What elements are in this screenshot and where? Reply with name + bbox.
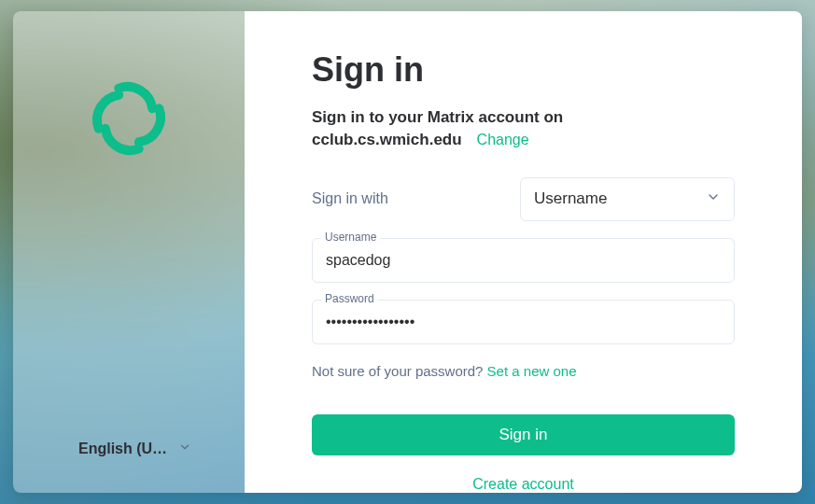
username-input[interactable] — [312, 238, 735, 283]
create-account-link[interactable]: Create account — [312, 476, 735, 493]
page-title: Sign in — [312, 50, 735, 90]
password-reset-link[interactable]: Set a new one — [487, 363, 577, 379]
signin-button[interactable]: Sign in — [312, 414, 735, 455]
signin-with-label: Sign in with — [312, 190, 388, 207]
password-hint: Not sure of your password? Set a new one — [312, 363, 735, 379]
password-hint-text: Not sure of your password? — [312, 363, 487, 379]
chevron-down-icon — [178, 441, 191, 457]
language-label: English (U… — [78, 441, 167, 457]
change-server-link[interactable]: Change — [477, 132, 529, 148]
left-panel: English (U… — [13, 11, 245, 493]
password-input[interactable] — [312, 300, 735, 344]
server-info: Sign in to your Matrix account on cclub.… — [312, 106, 735, 151]
username-label: Username — [321, 231, 380, 244]
password-field-container: Password — [312, 300, 735, 344]
signin-form: Sign in Sign in to your Matrix account o… — [245, 11, 802, 493]
signin-method-select[interactable]: Username — [520, 177, 735, 221]
element-logo-icon — [87, 77, 171, 161]
language-selector[interactable]: English (U… — [78, 441, 191, 457]
server-name: cclub.cs.wmich.edu — [312, 129, 462, 151]
chevron-down-icon — [706, 189, 721, 209]
username-field-container: Username — [312, 238, 735, 283]
auth-card: English (U… Sign in Sign in to your Matr… — [13, 11, 802, 493]
subheading-prefix: Sign in to your Matrix account on — [312, 106, 735, 129]
method-selected-label: Username — [534, 189, 607, 208]
signin-method-row: Sign in with Username — [312, 177, 735, 221]
password-label: Password — [321, 292, 378, 305]
